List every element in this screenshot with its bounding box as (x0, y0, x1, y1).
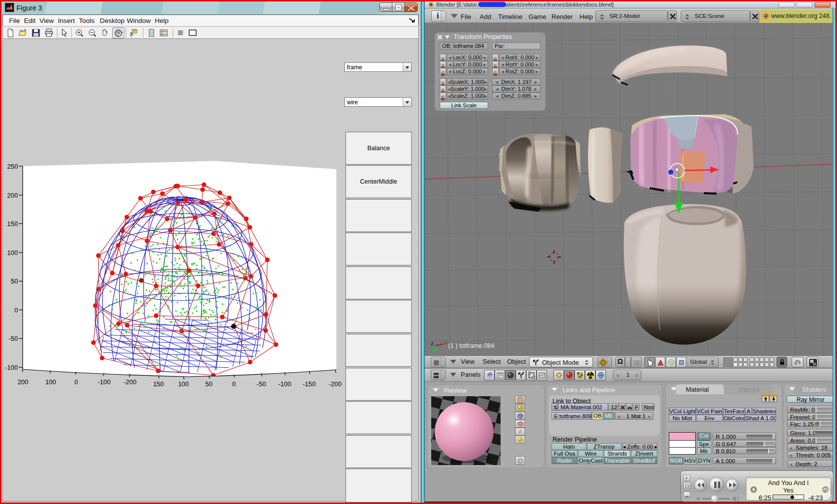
svg-text:z: z (430, 340, 434, 346)
